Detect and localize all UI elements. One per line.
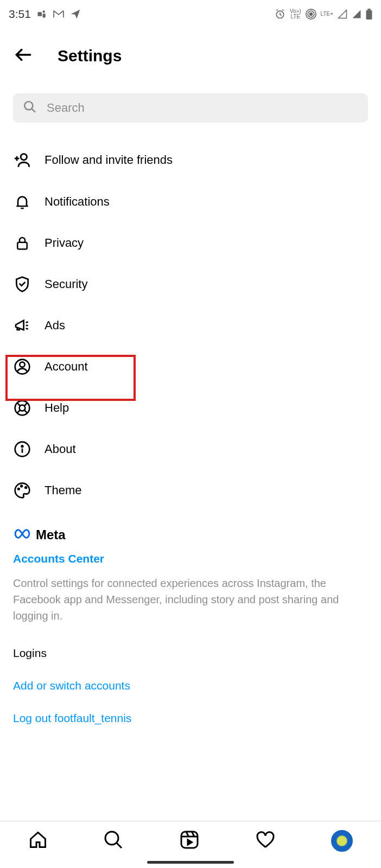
menu-privacy[interactable]: Privacy bbox=[0, 222, 381, 264]
user-circle-icon bbox=[13, 358, 31, 375]
status-left: 3:51 bbox=[9, 8, 81, 21]
svg-point-18 bbox=[21, 486, 22, 487]
menu-label: Notifications bbox=[45, 195, 110, 209]
logins-section: Logins Add or switch accounts Log out fo… bbox=[0, 634, 381, 757]
heart-icon[interactable] bbox=[256, 830, 275, 852]
svg-point-19 bbox=[25, 487, 27, 488]
meta-infinity-icon bbox=[13, 528, 31, 542]
signal-1-icon bbox=[338, 9, 347, 19]
settings-menu: Follow and invite friends Notifications … bbox=[0, 132, 381, 518]
status-bar: 3:51 Vo») LTE LTE+ bbox=[0, 0, 381, 28]
logins-title: Logins bbox=[13, 647, 368, 660]
menu-label: Follow and invite friends bbox=[45, 153, 173, 167]
meta-section: Meta Accounts Center Control settings fo… bbox=[0, 518, 381, 634]
search-container[interactable] bbox=[13, 93, 368, 123]
alarm-icon bbox=[275, 9, 285, 20]
svg-rect-6 bbox=[367, 9, 370, 10]
status-time: 3:51 bbox=[9, 8, 31, 21]
svg-point-1 bbox=[42, 10, 45, 13]
search-nav-icon[interactable] bbox=[104, 830, 123, 852]
status-right: Vo») LTE LTE+ bbox=[275, 9, 372, 20]
svg-point-14 bbox=[20, 405, 26, 411]
battery-icon bbox=[366, 9, 372, 20]
menu-label: Help bbox=[45, 401, 69, 415]
home-indicator bbox=[147, 861, 234, 864]
svg-point-12 bbox=[20, 362, 24, 367]
svg-point-9 bbox=[21, 154, 27, 160]
svg-point-20 bbox=[105, 832, 118, 845]
menu-theme[interactable]: Theme bbox=[0, 470, 381, 511]
shield-icon bbox=[13, 276, 31, 293]
megaphone-icon bbox=[13, 317, 31, 334]
svg-point-17 bbox=[18, 488, 20, 490]
back-arrow-icon[interactable] bbox=[13, 44, 34, 67]
profile-avatar bbox=[331, 830, 353, 852]
hotspot-icon bbox=[306, 9, 316, 20]
bell-icon bbox=[13, 193, 31, 210]
menu-label: About bbox=[45, 442, 76, 456]
add-user-icon bbox=[13, 151, 31, 169]
svg-rect-0 bbox=[37, 12, 42, 16]
teams-icon bbox=[36, 9, 47, 19]
menu-label: Theme bbox=[45, 483, 81, 497]
gmail-icon bbox=[53, 10, 65, 18]
search-icon bbox=[23, 100, 37, 116]
svg-point-8 bbox=[24, 101, 33, 110]
menu-account[interactable]: Account bbox=[0, 346, 381, 387]
menu-notifications[interactable]: Notifications bbox=[0, 181, 381, 222]
svg-rect-21 bbox=[181, 832, 198, 848]
lte-label: LTE+ bbox=[321, 11, 333, 17]
menu-security[interactable]: Security bbox=[0, 264, 381, 305]
menu-label: Privacy bbox=[45, 236, 84, 250]
meta-logo: Meta bbox=[13, 527, 368, 542]
svg-rect-7 bbox=[366, 10, 372, 20]
menu-label: Security bbox=[45, 277, 87, 291]
menu-label: Ads bbox=[45, 318, 65, 333]
send-icon bbox=[70, 9, 81, 20]
volte-icon: Vo») LTE bbox=[290, 9, 301, 20]
svg-point-16 bbox=[22, 445, 23, 447]
lock-icon bbox=[13, 234, 31, 252]
logout-link[interactable]: Log out footfault_tennis bbox=[13, 712, 368, 725]
meta-description: Control settings for connected experienc… bbox=[13, 575, 368, 624]
palette-icon bbox=[13, 482, 31, 499]
home-icon[interactable] bbox=[28, 830, 48, 852]
accounts-center-link[interactable]: Accounts Center bbox=[13, 552, 368, 565]
menu-follow-invite[interactable]: Follow and invite friends bbox=[0, 139, 381, 181]
profile-nav[interactable] bbox=[331, 830, 353, 852]
page-title: Settings bbox=[58, 47, 122, 65]
meta-brand-text: Meta bbox=[36, 527, 66, 542]
header: Settings bbox=[0, 28, 381, 84]
svg-rect-10 bbox=[17, 242, 27, 250]
search-input[interactable] bbox=[47, 101, 358, 115]
menu-ads[interactable]: Ads bbox=[0, 305, 381, 346]
menu-about[interactable]: About bbox=[0, 429, 381, 470]
reels-icon[interactable] bbox=[180, 830, 199, 852]
menu-label: Account bbox=[45, 360, 88, 374]
signal-2-icon bbox=[352, 9, 361, 19]
lifebuoy-icon bbox=[13, 399, 31, 417]
add-switch-accounts-link[interactable]: Add or switch accounts bbox=[13, 679, 368, 692]
menu-help[interactable]: Help bbox=[0, 387, 381, 429]
svg-point-3 bbox=[309, 13, 312, 16]
info-icon bbox=[13, 441, 31, 458]
